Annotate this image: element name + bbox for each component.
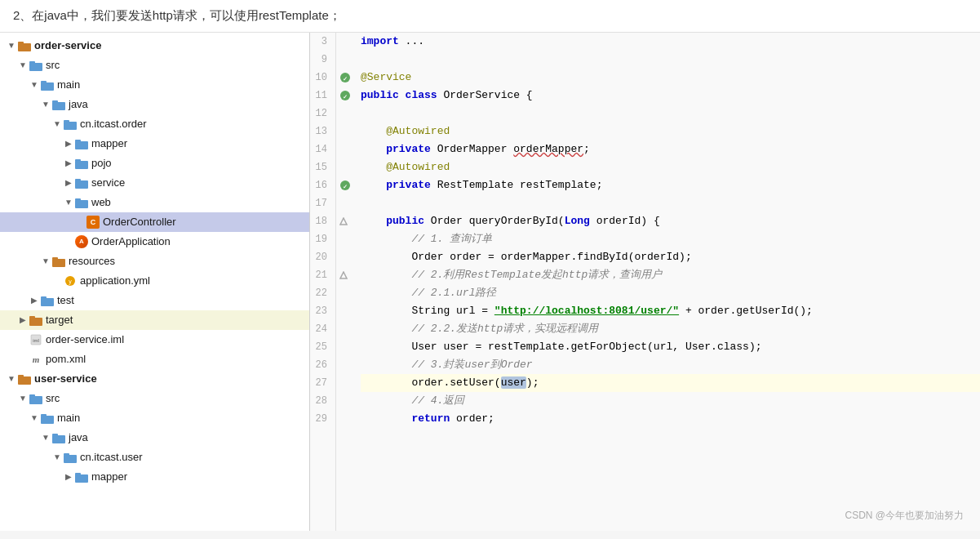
svg-rect-25: [29, 316, 35, 318]
tree-item-cn-itcast-order[interactable]: cn.itcast.order: [0, 114, 309, 134]
line-num-3: 3: [310, 33, 330, 51]
tree-item-application-yml[interactable]: y application.yml: [0, 271, 309, 291]
svg-text:✓: ✓: [343, 76, 348, 82]
tree-item-order-service-iml[interactable]: iml order-service.iml: [0, 330, 309, 350]
csdn-watermark: CSDN @今年也要加油努力: [845, 509, 964, 523]
code-line-11: public class OrderService {: [361, 87, 980, 105]
svg-marker-46: [340, 218, 347, 225]
tree-item-java-2[interactable]: java: [0, 428, 309, 448]
svg-rect-37: [64, 453, 69, 456]
file-tree: order-service src main java: [0, 33, 310, 531]
tree-item-main-2[interactable]: main: [0, 408, 309, 428]
gutter-10: ✓: [339, 69, 354, 87]
tree-label-src-2: src: [46, 390, 60, 407]
svg-rect-36: [64, 455, 77, 463]
code-line-15: @Autowired: [361, 158, 980, 176]
line-num-16: 16: [310, 176, 330, 194]
code-10-content: @Service: [361, 69, 411, 87]
line-num-26: 26: [310, 356, 330, 374]
code-3-content: import ...: [361, 33, 424, 51]
gutter-28: [339, 392, 354, 410]
tree-item-test-1[interactable]: test: [0, 291, 309, 310]
line-num-25: 25: [310, 338, 330, 356]
tree-item-src-1[interactable]: src: [0, 56, 309, 75]
code-line-12: [361, 105, 980, 122]
code-18-content: public Order queryOrderById(Long orderId…: [361, 212, 660, 230]
top-text: 2、在java中，我们要发送http请求，可以使用restTemplate；: [0, 0, 980, 33]
svg-rect-39: [75, 473, 81, 475]
code-line-29: return order;: [361, 410, 980, 428]
tree-item-order-controller[interactable]: C OrderController: [0, 212, 309, 232]
gutter-27: [339, 374, 354, 392]
file-icon-application-yml: y: [64, 274, 77, 287]
tree-item-user-service[interactable]: user-service: [0, 369, 309, 389]
folder-icon-order-service: [18, 41, 31, 51]
tree-item-cn-itcast-user[interactable]: cn.itcast.user: [0, 448, 309, 467]
code-line-27: order.setUser(user);: [361, 374, 980, 392]
tree-item-resources-1[interactable]: resources: [0, 252, 309, 271]
tree-item-main-1[interactable]: main: [0, 75, 309, 95]
tree-arrow-mapper-2: [64, 472, 73, 482]
line-number-column: 3 9 10 11 12 13 14 15 16 17 18 19 20 21 …: [310, 33, 336, 531]
tree-item-order-application[interactable]: A OrderApplication: [0, 232, 309, 252]
tree-label-main-1: main: [57, 77, 80, 93]
folder-icon-cn-itcast-user: [64, 452, 77, 463]
code-15-content: @Autowired: [361, 158, 450, 176]
tree-arrow-target-1: [18, 315, 28, 325]
tree-item-mapper-2[interactable]: mapper: [0, 467, 309, 487]
tree-item-service-1[interactable]: service: [0, 173, 309, 193]
code-22-content: // 2.1.url路径: [361, 284, 496, 302]
svg-rect-12: [75, 161, 88, 169]
svg-rect-1: [18, 42, 24, 44]
code-13-content: @Autowired: [361, 122, 450, 140]
gutter-17: [339, 194, 354, 212]
code-line-25: User user = restTemplate.getForObject(ur…: [361, 338, 980, 356]
file-icon-iml: iml: [29, 333, 42, 346]
tree-arrow-src-2: [18, 394, 28, 403]
line-num-17: 17: [310, 194, 330, 212]
line-num-10: 10: [310, 69, 330, 87]
tree-arrow-web-1: [64, 198, 73, 207]
line-num-29: 29: [310, 410, 330, 428]
svg-rect-4: [41, 82, 54, 91]
folder-icon-mapper-2: [75, 472, 88, 483]
tree-item-target-1[interactable]: target: [0, 310, 309, 330]
code-line-17: [361, 194, 980, 212]
line-num-13: 13: [310, 122, 330, 140]
tree-arrow-mapper-1: [64, 139, 73, 149]
tree-arrow-cn-itcast-user: [52, 452, 62, 462]
folder-icon-mapper-1: [75, 139, 88, 149]
code-line-14: private OrderMapper orderMapper;: [361, 140, 980, 158]
svg-text:✓: ✓: [343, 94, 348, 100]
svg-rect-23: [41, 296, 47, 299]
line-num-23: 23: [310, 302, 330, 320]
code-14-content: private OrderMapper orderMapper;: [361, 140, 590, 158]
tree-item-order-service[interactable]: order-service: [0, 36, 309, 56]
svg-text:iml: iml: [33, 338, 39, 343]
tree-label-mapper-2: mapper: [91, 469, 127, 485]
code-23-content: String url = "http://localhost:8081/user…: [361, 302, 813, 320]
line-num-9: 9: [310, 51, 330, 69]
gutter-15: [339, 158, 354, 176]
code-24-content: // 2.2.发送http请求，实现远程调用: [361, 320, 598, 338]
tree-arrow-user-service: [7, 374, 16, 384]
svg-rect-34: [52, 435, 65, 443]
code-21-content: // 2.利用RestTemplate发起http请求，查询用户: [361, 266, 662, 284]
tree-arrow-main-2: [29, 413, 39, 423]
folder-icon-user-service: [18, 374, 31, 385]
tree-item-pom-xml-1[interactable]: m pom.xml: [0, 350, 309, 369]
gutter-23: [339, 302, 354, 320]
svg-rect-8: [64, 122, 77, 130]
tree-item-src-2[interactable]: src: [0, 389, 309, 408]
folder-icon-target-1: [29, 315, 42, 326]
tree-item-web-1[interactable]: web: [0, 193, 309, 212]
tree-arrow-java-2: [41, 433, 51, 443]
code-11-content: public class OrderService {: [361, 87, 533, 105]
tree-label-pojo-1: pojo: [91, 155, 112, 172]
line-num-14: 14: [310, 140, 330, 158]
tree-item-pojo-1[interactable]: pojo: [0, 154, 309, 173]
tree-item-java-1[interactable]: java: [0, 95, 309, 114]
tree-label-cn-itcast-order: cn.itcast.order: [80, 116, 147, 132]
tree-item-mapper-1[interactable]: mapper: [0, 134, 309, 154]
tree-label-test-1: test: [57, 292, 74, 309]
